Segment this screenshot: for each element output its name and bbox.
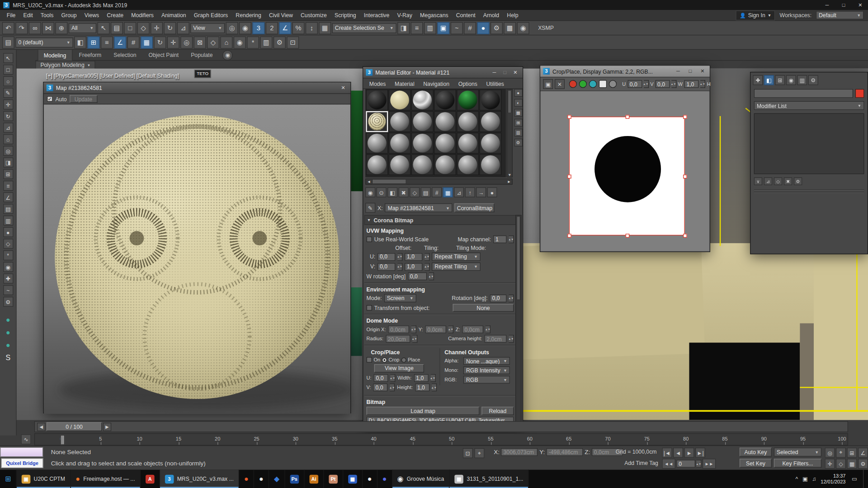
go-to-start-icon[interactable]: |◄ xyxy=(662,448,672,458)
material-sample-slot[interactable] xyxy=(411,133,434,154)
map-channel-field[interactable]: 1 xyxy=(493,235,506,243)
snap-tool-icon[interactable]: ∠ xyxy=(3,192,13,202)
material-sample-slot[interactable] xyxy=(479,154,501,175)
ribbon-tab-freeform[interactable]: Freeform xyxy=(73,49,107,60)
key-filters-button[interactable]: Key Filters... xyxy=(774,459,821,468)
me-menu-material[interactable]: Material xyxy=(391,80,419,88)
menu-animation[interactable]: Animation xyxy=(158,11,189,19)
display-panel-icon[interactable]: ▥ xyxy=(260,36,273,48)
arc-rotate-icon[interactable]: ↻ xyxy=(154,36,166,48)
menu-content[interactable]: Content xyxy=(453,11,479,19)
task-freeimage-host[interactable]: ●Freeimage.host — ... xyxy=(71,470,141,488)
pick-material-icon[interactable]: ● xyxy=(487,188,497,197)
alpha-channel-icon[interactable] xyxy=(609,80,617,88)
pivot-tool-icon[interactable]: ◎ xyxy=(3,146,13,156)
add-time-tag[interactable]: Add Time Tag xyxy=(624,460,658,466)
background-icon[interactable]: ▦ xyxy=(514,109,522,117)
rollout-header[interactable]: ▼Corona Bitmap xyxy=(364,215,516,225)
spacing-tool-icon[interactable]: ≡ xyxy=(3,181,13,191)
close-icon[interactable]: ✕ xyxy=(339,84,348,92)
material-sample-slot[interactable] xyxy=(389,154,411,175)
material-sample-slot[interactable] xyxy=(457,154,479,175)
material-sample-slot[interactable] xyxy=(457,111,479,132)
crop-handle[interactable] xyxy=(567,234,571,238)
crop-canvas[interactable] xyxy=(541,91,709,251)
task-image-viewer[interactable]: ▦3131_5_20110901_1... xyxy=(449,470,528,488)
min-max-toggle-icon[interactable]: ⊡ xyxy=(287,36,299,48)
shapes-category-icon[interactable]: ◇ xyxy=(3,239,13,249)
update-button[interactable]: Update xyxy=(70,95,97,103)
s-logo-icon[interactable]: S xyxy=(5,354,10,362)
select-and-link-icon[interactable]: ∞ xyxy=(29,22,41,34)
use-pivot-point-icon[interactable]: ◎ xyxy=(226,22,238,34)
round-badge-icon-3[interactable]: ● xyxy=(6,341,10,349)
previous-key-icon[interactable]: ◄◄ xyxy=(662,459,675,469)
spinner-icon[interactable]: ▲▼ xyxy=(671,80,676,88)
mirror-object-icon[interactable]: ◨ xyxy=(3,158,13,168)
origin-z-field[interactable]: 0,0cm xyxy=(462,325,483,333)
use-selection-center-icon[interactable]: ◉ xyxy=(239,22,251,34)
array-tool-icon[interactable]: ⊞ xyxy=(87,36,99,48)
absolute-relative-icon[interactable]: ⌖ xyxy=(474,448,484,458)
menu-scripting[interactable]: Scripting xyxy=(331,11,359,19)
bind-to-space-warp-icon[interactable]: ⊕ xyxy=(55,22,67,34)
close-icon[interactable]: ✕ xyxy=(698,67,707,75)
curve-editor-icon[interactable]: ~ xyxy=(451,22,463,34)
pan-view-icon[interactable]: ✛ xyxy=(167,36,179,48)
green-channel-icon[interactable] xyxy=(579,80,587,88)
material-sample-slot[interactable] xyxy=(389,111,411,132)
material-sample-slot[interactable] xyxy=(457,89,479,110)
taskbar-clock[interactable]: 13:37 12/01/2023 xyxy=(821,473,845,485)
snaps-settings-icon[interactable]: ∠ xyxy=(114,36,126,48)
align-icon[interactable]: ≡ xyxy=(411,22,423,34)
palette-vertical-scrollbar[interactable]: ▼ xyxy=(506,89,512,178)
pan-lock-icon[interactable]: ✛ xyxy=(825,459,835,469)
close-window-icon[interactable]: ✕ xyxy=(856,1,865,9)
red-channel-icon[interactable] xyxy=(569,80,577,88)
track-bar[interactable]: 0510152025303540455055606570758085909510… xyxy=(34,433,848,446)
motion-tab-icon[interactable]: ◉ xyxy=(786,75,796,85)
menu-file[interactable]: File xyxy=(3,11,19,19)
maxscript-mini-listener[interactable] xyxy=(0,447,43,457)
percent-snap-icon[interactable]: % xyxy=(292,22,305,34)
crop-field-w[interactable]: 1,0 xyxy=(684,80,698,88)
crop-handle[interactable] xyxy=(567,174,571,178)
quixel-bridge-button[interactable]: Quixel Bridge xyxy=(1,458,43,468)
scale-tool-icon[interactable]: ⊿ xyxy=(3,123,13,133)
selection-lock-icon[interactable]: ⊡ xyxy=(463,448,473,458)
isolate-toggle-icon[interactable]: ◎ xyxy=(825,448,835,458)
settings-readout-icon[interactable]: ⚙ xyxy=(858,459,868,469)
rotation-field[interactable]: 0,0 xyxy=(490,294,507,302)
remove-modifier-icon[interactable]: ✖ xyxy=(784,178,792,185)
crop-width-field[interactable]: 1,0 xyxy=(414,374,428,382)
cameras-category-icon[interactable]: ◉ xyxy=(3,262,13,272)
task-browser[interactable]: ● xyxy=(239,470,254,488)
select-and-move-icon[interactable]: ✛ xyxy=(151,22,163,34)
maximize-icon[interactable]: □ xyxy=(500,69,509,76)
mirror-tool-icon[interactable]: ◧ xyxy=(74,36,86,48)
menu-help[interactable]: Help xyxy=(504,11,522,19)
get-material-icon[interactable]: ◉ xyxy=(365,188,375,197)
material-sample-slot[interactable] xyxy=(411,154,434,175)
me-menu-utilities[interactable]: Utilities xyxy=(482,80,508,88)
object-color-swatch[interactable] xyxy=(855,89,864,98)
make-unique-icon[interactable]: ◇ xyxy=(410,188,420,197)
material-id-icon[interactable]: # xyxy=(432,188,442,197)
map-type-button[interactable]: CoronaBitmap xyxy=(455,203,495,212)
viewport-label[interactable]: [+] [PhysCamera005] [User Defined] [Defa… xyxy=(46,73,179,79)
material-editor-icon[interactable]: ● xyxy=(477,22,490,34)
menu-views[interactable]: Views xyxy=(81,11,102,19)
tray-volume-icon[interactable]: ♫ xyxy=(812,476,816,482)
ribbon-tab-object-paint[interactable]: Object Paint xyxy=(143,49,184,60)
layer-explorer-icon[interactable]: ▥ xyxy=(424,22,436,34)
material-sample-slot[interactable] xyxy=(434,154,456,175)
rotate-tool-icon[interactable]: ↻ xyxy=(3,111,13,121)
material-sample-slot[interactable] xyxy=(389,89,411,110)
go-to-end-icon[interactable]: ►| xyxy=(695,448,705,458)
show-desktop-button[interactable] xyxy=(863,470,866,488)
save-image-icon[interactable]: ▣ xyxy=(543,79,553,89)
u-offset-field[interactable]: 0,0 xyxy=(377,253,395,261)
grid-toggle-icon[interactable]: # xyxy=(127,36,140,48)
key-mode-dropdown[interactable]: Selected▼ xyxy=(774,448,821,457)
camera-view-icon[interactable]: ◉ xyxy=(234,36,246,48)
